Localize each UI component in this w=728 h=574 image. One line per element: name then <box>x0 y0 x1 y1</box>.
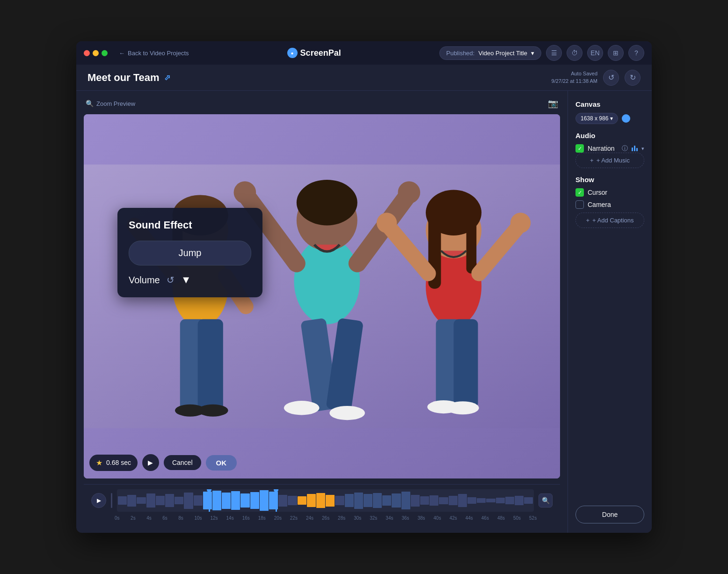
minimize-button[interactable] <box>93 50 99 56</box>
jump-sound-button[interactable]: Jump <box>129 241 251 265</box>
timecode-6: 6s <box>162 515 178 521</box>
narration-info-icon[interactable]: ⓘ <box>622 144 628 153</box>
resolution-button[interactable]: 1638 x 986 ▾ <box>575 113 618 124</box>
timecode-28: 28s <box>338 515 354 521</box>
help-icon-button[interactable]: ? <box>628 45 644 61</box>
decrease-volume-icon[interactable]: ▼ <box>181 274 191 286</box>
waveform-bar <box>156 496 165 505</box>
layers-icon: ⊞ <box>613 49 619 57</box>
main-content: 🔍 Zoom Preview 📷 <box>76 91 652 533</box>
timeline-track[interactable] <box>117 489 534 512</box>
redo-button[interactable]: ↻ <box>625 70 641 86</box>
right-sidebar: Canvas 1638 x 986 ▾ Audio ✓ Narration ⓘ <box>568 91 652 533</box>
waveform-bar <box>458 494 467 507</box>
redo-icon: ↻ <box>630 73 636 82</box>
timecode-32: 32s <box>370 515 386 521</box>
bar1 <box>632 147 633 151</box>
timecode-26: 26s <box>322 515 338 521</box>
waveform-bar <box>175 497 183 504</box>
add-captions-label: + Add Captions <box>592 217 634 224</box>
audio-section: Audio ✓ Narration ⓘ ▾ + + Add Music <box>575 132 644 168</box>
narration-checkbox[interactable]: ✓ <box>575 144 584 153</box>
svg-rect-32 <box>454 319 478 408</box>
cursor-label: Cursor <box>588 189 607 196</box>
play-timeline-icon: ▶ <box>97 497 101 504</box>
title-right-controls: Published: Video Project Title ▾ ☰ ⏱ EN … <box>439 45 644 61</box>
canvas-resolution-area: 1638 x 986 ▾ <box>575 113 644 124</box>
waveform-bar <box>467 497 476 504</box>
zoom-in-icon: 🔍 <box>542 497 550 504</box>
timecode-14: 14s <box>226 515 242 521</box>
done-button[interactable]: Done <box>575 506 644 523</box>
undo-button[interactable]: ↺ <box>603 70 619 86</box>
timecode-46: 46s <box>481 515 497 521</box>
playhead-end <box>276 489 277 512</box>
waveform-bar-orange <box>298 496 306 505</box>
waveform-bar <box>354 493 363 509</box>
publish-button[interactable]: Published: Video Project Title ▾ <box>439 46 541 60</box>
language-button[interactable]: EN <box>587 45 603 61</box>
timeline-divider <box>111 493 112 508</box>
preview-toolbar: 🔍 Zoom Preview 📷 <box>84 98 560 109</box>
waveform-bar-highlighted <box>203 492 212 509</box>
narration-chevron-icon[interactable]: ▾ <box>641 146 644 152</box>
layers-icon-button[interactable]: ⊞ <box>608 45 624 61</box>
timecode-24: 24s <box>306 515 322 521</box>
zoom-icon: 🔍 <box>86 100 94 107</box>
playhead-start <box>209 489 210 512</box>
canvas-color-dot[interactable] <box>622 114 630 123</box>
screenshot-icon[interactable]: 📷 <box>548 98 558 109</box>
waveform-bar <box>184 493 193 509</box>
waveform-bar-highlighted <box>250 492 259 509</box>
timecode-10: 10s <box>194 515 210 521</box>
waveform-bar <box>420 496 429 505</box>
waveform-bar <box>335 496 344 505</box>
add-music-button[interactable]: + + Add Music <box>575 153 644 168</box>
add-captions-button[interactable]: + + Add Captions <box>575 213 644 228</box>
show-section: Show ✓ Cursor Camera + + Add Captions <box>575 176 644 228</box>
time-display-button[interactable]: ★ 0.68 sec <box>89 455 138 471</box>
svg-rect-26 <box>466 213 477 273</box>
sound-effect-title: Sound Effect <box>129 219 251 231</box>
close-button[interactable] <box>84 50 90 56</box>
timecode-20: 20s <box>274 515 290 521</box>
edit-project-icon[interactable]: ⬀ <box>164 73 170 82</box>
narration-row: ✓ Narration ⓘ ▾ <box>575 144 644 153</box>
play-small-button[interactable]: ▶ <box>142 454 159 471</box>
waveform-bar <box>118 496 127 505</box>
app-window: ← Back to Video Projects ● ScreenPal Pub… <box>76 41 652 533</box>
logo: ● ScreenPal <box>287 48 341 58</box>
play-timeline-button[interactable]: ▶ <box>91 493 106 508</box>
reset-volume-icon[interactable]: ↺ <box>167 274 175 286</box>
waveform-bar <box>278 495 287 507</box>
list-icon-button[interactable]: ☰ <box>546 45 562 61</box>
waveform-bar <box>439 497 448 504</box>
waveform-bar <box>505 497 514 504</box>
waveform-bar <box>524 497 533 504</box>
time-value: 0.68 sec <box>106 459 131 466</box>
svg-point-20 <box>284 401 320 415</box>
timecode-52: 52s <box>529 515 545 521</box>
timecode-34: 34s <box>386 515 401 521</box>
waveform-bar <box>411 495 420 507</box>
back-button-label: Back to Video Projects <box>128 50 189 57</box>
timecode-38: 38s <box>417 515 433 521</box>
waveform-bar <box>401 492 410 509</box>
waveform-bar-highlighted <box>231 491 240 510</box>
timecode-16: 16s <box>242 515 258 521</box>
timecode-0: 0s <box>115 515 131 521</box>
timecode-12: 12s <box>210 515 226 521</box>
narration-bars-icon[interactable] <box>632 146 638 151</box>
back-button[interactable]: ← Back to Video Projects <box>119 50 189 57</box>
maximize-button[interactable] <box>102 50 108 56</box>
cancel-button[interactable]: Cancel <box>164 455 201 470</box>
camera-checkbox[interactable] <box>575 200 584 209</box>
zoom-preview-label: 🔍 Zoom Preview <box>86 100 135 107</box>
camera-label: Camera <box>588 201 611 208</box>
zoom-timeline-button[interactable]: 🔍 <box>539 493 553 508</box>
svg-point-34 <box>446 401 479 414</box>
cursor-checkbox[interactable]: ✓ <box>575 188 584 197</box>
timecode-18: 18s <box>258 515 274 521</box>
ok-button[interactable]: OK <box>206 455 237 471</box>
clock-icon-button[interactable]: ⏱ <box>567 45 582 61</box>
